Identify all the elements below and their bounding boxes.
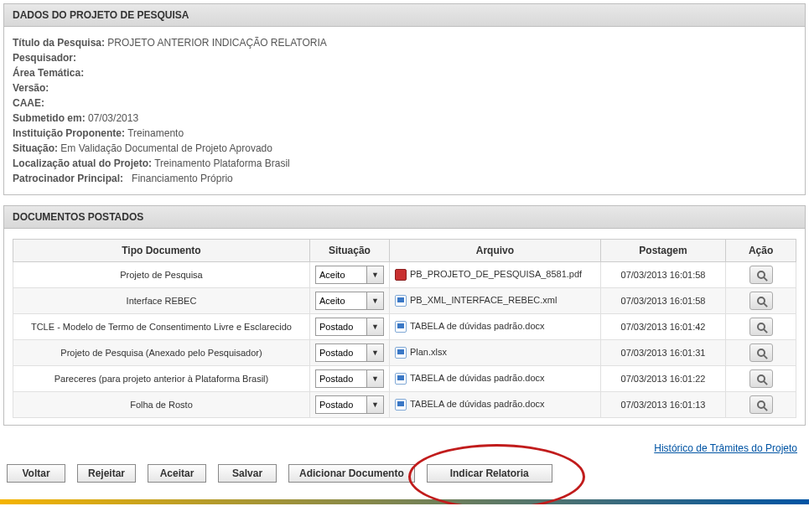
situacao-input[interactable] bbox=[315, 266, 367, 284]
xlsx-file-icon bbox=[395, 347, 407, 359]
table-row: Interface REBEC▼PB_XML_INTERFACE_REBEC.x… bbox=[13, 288, 796, 314]
pdf-file-icon bbox=[395, 269, 407, 281]
magnify-icon bbox=[757, 400, 765, 409]
localizacao-value: Treinamento Plataforma Brasil bbox=[154, 158, 290, 169]
arquivo-cell: PB_XML_INTERFACE_REBEC.xml bbox=[389, 288, 600, 314]
titulo-label: Título da Pesquisa: bbox=[13, 37, 105, 49]
acao-cell bbox=[726, 340, 796, 366]
versao-label: Versão: bbox=[13, 82, 49, 94]
acao-cell bbox=[726, 366, 796, 392]
arquivo-filename: TABELA de dúvidas padrão.docx bbox=[410, 321, 545, 331]
table-row: Projeto de Pesquisa▼PB_PROJETO_DE_PESQUI… bbox=[13, 262, 796, 288]
magnify-icon bbox=[757, 297, 765, 305]
arquivo-filename: TABELA de dúvidas padrão.docx bbox=[410, 373, 545, 383]
table-row: TCLE - Modelo de Termo de Consentimento … bbox=[13, 314, 796, 340]
chevron-down-icon[interactable]: ▼ bbox=[367, 343, 384, 362]
view-button[interactable] bbox=[749, 318, 773, 336]
col-acao: Ação bbox=[726, 240, 796, 262]
indicar-relatoria-button[interactable]: Indicar Relatoria bbox=[427, 464, 552, 483]
view-button[interactable] bbox=[749, 395, 773, 414]
situacao-cell: ▼ bbox=[309, 392, 389, 418]
table-row: Pareceres (para projeto anterior à Plata… bbox=[13, 366, 796, 392]
situacao-cell: ▼ bbox=[309, 366, 389, 392]
arquivo-cell: TABELA de dúvidas padrão.docx bbox=[389, 366, 600, 392]
chevron-down-icon[interactable]: ▼ bbox=[367, 266, 384, 284]
patrocinador-value: Financiamento Próprio bbox=[132, 173, 233, 184]
aceitar-button[interactable]: Aceitar bbox=[148, 464, 206, 483]
view-button[interactable] bbox=[749, 343, 773, 362]
tipo-cell: Projeto de Pesquisa bbox=[13, 262, 310, 288]
magnify-icon bbox=[757, 323, 765, 331]
situacao-input[interactable] bbox=[315, 292, 367, 310]
acao-cell bbox=[726, 262, 796, 288]
submetido-value: 07/03/2013 bbox=[88, 112, 138, 124]
pesquisador-label: Pesquisador: bbox=[13, 52, 76, 64]
arquivo-filename: Plan.xlsx bbox=[410, 347, 447, 357]
magnify-icon bbox=[757, 374, 765, 383]
arquivo-filename: TABELA de dúvidas padrão.docx bbox=[410, 399, 545, 409]
xml-file-icon bbox=[395, 295, 407, 307]
postagem-cell: 07/03/2013 16:01:42 bbox=[600, 314, 725, 340]
chevron-down-icon[interactable]: ▼ bbox=[367, 292, 384, 310]
tipo-cell: Projeto de Pesquisa (Anexado pelo Pesqui… bbox=[13, 340, 310, 366]
table-row: Folha de Rosto▼TABELA de dúvidas padrão.… bbox=[13, 392, 796, 418]
area-label: Área Temática: bbox=[13, 67, 84, 79]
situacao-input[interactable] bbox=[315, 318, 367, 336]
postagem-cell: 07/03/2013 16:01:22 bbox=[600, 366, 725, 392]
documents-table: Tipo Documento Situação Arquivo Postagem… bbox=[13, 239, 796, 418]
project-data-body: Título da Pesquisa: PROJETO ANTERIOR IND… bbox=[4, 27, 805, 194]
arquivo-cell: TABELA de dúvidas padrão.docx bbox=[389, 314, 600, 340]
postagem-cell: 07/03/2013 16:01:31 bbox=[600, 340, 725, 366]
caae-label: CAAE: bbox=[13, 97, 44, 109]
postagem-cell: 07/03/2013 16:01:13 bbox=[600, 392, 725, 418]
documents-header: DOCUMENTOS POSTADOS bbox=[4, 206, 805, 229]
situacao-input[interactable] bbox=[315, 343, 367, 362]
adicionar-documento-button[interactable]: Adicionar Documento bbox=[288, 464, 415, 483]
col-situacao: Situação bbox=[309, 240, 389, 262]
acao-cell bbox=[726, 392, 796, 418]
bottom-gradient-bar bbox=[0, 499, 809, 504]
situacao-value: Em Validação Documental de Projeto Aprov… bbox=[60, 142, 272, 154]
docx-file-icon bbox=[395, 321, 407, 333]
project-data-header: DADOS DO PROJETO DE PESQUISA bbox=[4, 4, 805, 27]
view-button[interactable] bbox=[749, 266, 773, 284]
chevron-down-icon[interactable]: ▼ bbox=[367, 369, 384, 388]
situacao-cell: ▼ bbox=[309, 288, 389, 314]
situacao-cell: ▼ bbox=[309, 262, 389, 288]
tipo-cell: Pareceres (para projeto anterior à Plata… bbox=[13, 366, 310, 392]
salvar-button[interactable]: Salvar bbox=[218, 464, 277, 483]
arquivo-cell: PB_PROJETO_DE_PESQUISA_8581.pdf bbox=[389, 262, 600, 288]
patrocinador-label: Patrocinador Principal: bbox=[13, 173, 123, 184]
localizacao-label: Localização atual do Projeto: bbox=[13, 158, 152, 169]
titulo-value: PROJETO ANTERIOR INDICAÇÃO RELATORIA bbox=[107, 37, 326, 49]
situacao-cell: ▼ bbox=[309, 340, 389, 366]
documents-body: Tipo Documento Situação Arquivo Postagem… bbox=[4, 229, 805, 425]
acao-cell bbox=[726, 314, 796, 340]
instituicao-value: Treinamento bbox=[127, 127, 184, 139]
tipo-cell: Interface REBEC bbox=[13, 288, 310, 314]
docx-file-icon bbox=[395, 399, 407, 411]
arquivo-cell: Plan.xlsx bbox=[389, 340, 600, 366]
rejeitar-button[interactable]: Rejeitar bbox=[77, 464, 136, 483]
button-bar: Voltar Rejeitar Aceitar Salvar Adicionar… bbox=[0, 461, 809, 491]
arquivo-filename: PB_XML_INTERFACE_REBEC.xml bbox=[410, 295, 557, 305]
situacao-label: Situação: bbox=[13, 142, 58, 154]
project-data-panel: DADOS DO PROJETO DE PESQUISA Título da P… bbox=[3, 3, 806, 195]
col-postagem: Postagem bbox=[600, 240, 725, 262]
view-button[interactable] bbox=[749, 369, 773, 388]
chevron-down-icon[interactable]: ▼ bbox=[367, 318, 384, 336]
voltar-button[interactable]: Voltar bbox=[7, 464, 65, 483]
situacao-input[interactable] bbox=[315, 369, 367, 388]
history-link[interactable]: Histórico de Trâmites do Projeto bbox=[654, 442, 797, 454]
submetido-label: Submetido em: bbox=[13, 112, 86, 124]
chevron-down-icon[interactable]: ▼ bbox=[367, 395, 384, 414]
magnify-icon bbox=[757, 271, 765, 279]
view-button[interactable] bbox=[749, 292, 773, 310]
instituicao-label: Instituição Proponente: bbox=[13, 127, 125, 139]
tipo-cell: TCLE - Modelo de Termo de Consentimento … bbox=[13, 314, 310, 340]
situacao-input[interactable] bbox=[315, 395, 367, 414]
situacao-cell: ▼ bbox=[309, 314, 389, 340]
col-arquivo: Arquivo bbox=[389, 240, 600, 262]
postagem-cell: 07/03/2013 16:01:58 bbox=[600, 262, 725, 288]
magnify-icon bbox=[757, 349, 765, 357]
